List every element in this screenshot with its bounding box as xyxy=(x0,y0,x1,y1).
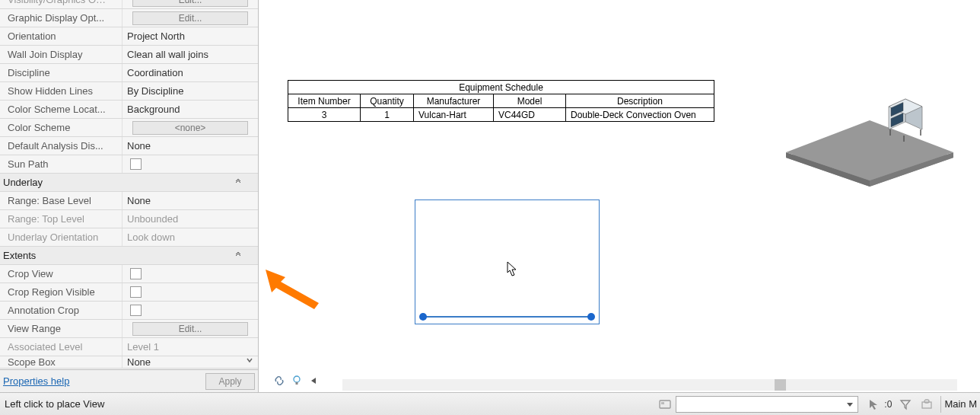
prop-row-sun-path[interactable]: Sun Path xyxy=(0,155,258,174)
group-header-underlay[interactable]: Underlay xyxy=(0,174,258,192)
prop-value[interactable]: <none> xyxy=(122,119,258,136)
prop-row-crop-region[interactable]: Crop Region Visible xyxy=(0,283,258,302)
prop-label: Orientation xyxy=(0,27,122,45)
cell-model: VC44GD xyxy=(494,108,566,122)
edit-button[interactable]: Edit... xyxy=(132,322,247,336)
drawing-canvas[interactable]: Equipment Schedule Item Number Quantity … xyxy=(259,0,980,373)
prop-label: Underlay Orientation xyxy=(0,228,122,246)
prop-label: Default Analysis Dis... xyxy=(0,137,122,155)
properties-footer: Properties help Apply xyxy=(0,369,258,392)
collapse-icon[interactable] xyxy=(234,250,243,259)
apply-button[interactable]: Apply xyxy=(205,373,255,390)
prop-row-associated-level[interactable]: Associated Level Level 1 xyxy=(0,338,258,356)
prop-value[interactable]: Project North xyxy=(122,27,258,45)
checkbox[interactable] xyxy=(130,286,142,298)
prop-label: Annotation Crop xyxy=(0,302,122,319)
handle-right[interactable] xyxy=(587,313,595,321)
cell-qty: 1 xyxy=(361,108,414,122)
prop-row-crop-view[interactable]: Crop View xyxy=(0,265,258,283)
status-message: Left click to place View xyxy=(0,398,104,410)
prop-label: Visibility/Graphics O… xyxy=(0,0,122,8)
col-quantity: Quantity xyxy=(361,94,414,108)
prop-row-analysis-display[interactable]: Default Analysis Dis... None xyxy=(0,137,258,155)
properties-list: Visibility/Graphics O… Edit... Graphic D… xyxy=(0,0,258,369)
col-item-number: Item Number xyxy=(288,94,361,108)
edit-button[interactable]: Edit... xyxy=(132,11,247,25)
svg-rect-17 xyxy=(661,402,664,404)
table-row: 3 1 Vulcan-Hart VC44GD Double-Deck Conve… xyxy=(288,108,714,122)
prop-value[interactable] xyxy=(122,283,258,301)
prop-row-graphic-display[interactable]: Graphic Display Opt... Edit... xyxy=(0,9,258,27)
prop-value[interactable]: None xyxy=(122,137,258,155)
prop-row-visibility-graphics[interactable]: Visibility/Graphics O… Edit... xyxy=(0,0,258,9)
prop-value[interactable]: None xyxy=(122,192,258,209)
workset-dropdown[interactable] xyxy=(676,396,858,413)
svg-marker-3 xyxy=(786,120,953,180)
prop-row-hidden-lines[interactable]: Show Hidden Lines By Discipline xyxy=(0,82,258,101)
prop-row-color-scheme-loc[interactable]: Color Scheme Locat... Background xyxy=(0,101,258,119)
horizontal-scrollbar[interactable] xyxy=(342,379,957,391)
col-description: Description xyxy=(566,94,714,108)
prop-value[interactable]: Edit... xyxy=(122,320,258,337)
prop-label: Scope Box xyxy=(0,356,122,368)
prop-label: Show Hidden Lines xyxy=(0,82,122,100)
prop-row-range-base[interactable]: Range: Base Level None xyxy=(0,192,258,210)
group-header-extents[interactable]: Extents xyxy=(0,247,258,265)
prop-label: Discipline xyxy=(0,64,122,81)
select-icon[interactable] xyxy=(865,396,882,413)
prop-value[interactable]: Background xyxy=(122,101,258,118)
equipment-schedule-table: Equipment Schedule Item Number Quantity … xyxy=(288,80,714,122)
prop-row-discipline[interactable]: Discipline Coordination xyxy=(0,64,258,82)
scrollbar-thumb[interactable] xyxy=(775,379,786,391)
bulb-icon[interactable] xyxy=(292,375,301,388)
prop-label: Sun Path xyxy=(0,155,122,173)
collapse-icon[interactable] xyxy=(234,177,243,186)
prop-value[interactable]: None xyxy=(122,356,258,368)
status-bar: Left click to place View :0 Main M xyxy=(0,392,980,415)
prop-label: Graphic Display Opt... xyxy=(0,9,122,27)
svg-point-12 xyxy=(294,376,300,382)
prop-value[interactable]: Coordination xyxy=(122,64,258,81)
canvas-mini-toolbar xyxy=(274,372,318,391)
handle-left[interactable] xyxy=(419,313,427,321)
cell-item: 3 xyxy=(288,108,361,122)
prop-value[interactable]: Unbounded xyxy=(122,210,258,228)
prop-label: Range: Top Level xyxy=(0,210,122,228)
prop-value[interactable] xyxy=(122,155,258,173)
prop-label: Associated Level xyxy=(0,338,122,356)
iso-3d-preview xyxy=(778,72,961,187)
editable-only-icon[interactable] xyxy=(918,396,935,413)
prop-row-scope-box[interactable]: Scope Box None xyxy=(0,356,258,369)
prop-value[interactable] xyxy=(122,302,258,319)
group-label: Underlay xyxy=(3,177,43,188)
checkbox[interactable] xyxy=(130,268,142,279)
prop-row-wall-join[interactable]: Wall Join Display Clean all wall joins xyxy=(0,46,258,64)
svg-rect-19 xyxy=(924,400,929,403)
checkbox[interactable] xyxy=(130,305,142,316)
prop-label: Crop Region Visible xyxy=(0,283,122,301)
prop-label: Color Scheme Locat... xyxy=(0,101,122,118)
scroll-down-icon[interactable] xyxy=(244,355,255,366)
prop-value[interactable] xyxy=(122,265,258,283)
rewind-icon[interactable] xyxy=(309,376,318,388)
prop-row-underlay-orient[interactable]: Underlay Orientation Look down xyxy=(0,228,258,247)
color-scheme-button[interactable]: <none> xyxy=(132,121,247,135)
prop-value[interactable]: Clean all wall joins xyxy=(122,46,258,63)
filter-icon[interactable] xyxy=(897,396,914,413)
checkbox[interactable] xyxy=(130,158,142,170)
edit-button[interactable]: Edit... xyxy=(132,0,247,7)
group-label: Extents xyxy=(3,250,36,261)
prop-value[interactable]: By Discipline xyxy=(122,82,258,100)
properties-help-link[interactable]: Properties help xyxy=(3,375,69,387)
prop-row-color-scheme[interactable]: Color Scheme <none> xyxy=(0,119,258,137)
prop-row-range-top[interactable]: Range: Top Level Unbounded xyxy=(0,210,258,228)
link-icon[interactable] xyxy=(274,375,285,388)
prop-row-view-range[interactable]: View Range Edit... xyxy=(0,320,258,338)
prop-value[interactable]: Edit... xyxy=(122,0,258,8)
prop-value[interactable]: Level 1 xyxy=(122,338,258,356)
prop-row-annotation-crop[interactable]: Annotation Crop xyxy=(0,302,258,320)
prop-row-orientation[interactable]: Orientation Project North xyxy=(0,27,258,46)
workset-icon[interactable] xyxy=(657,396,673,413)
prop-value[interactable]: Look down xyxy=(122,228,258,246)
prop-value[interactable]: Edit... xyxy=(122,9,258,27)
